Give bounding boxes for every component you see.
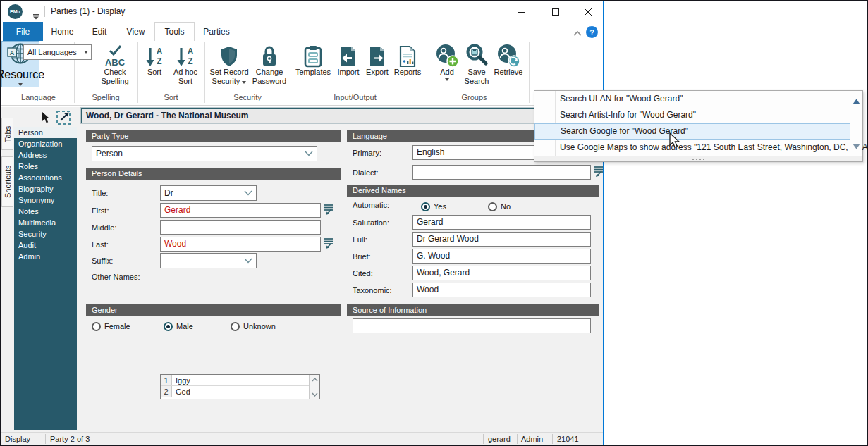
- menu-item-search-google[interactable]: Search Google for "Wood Gerard": [534, 123, 862, 140]
- salutation-field[interactable]: Gerard: [412, 215, 591, 230]
- menu-scrollbar[interactable]: [850, 92, 862, 155]
- sidebar-item-security[interactable]: Security: [14, 228, 77, 240]
- status-group: Admin: [521, 433, 543, 445]
- title-combo[interactable]: Dr: [160, 185, 257, 201]
- sort-az-icon: AZ: [176, 42, 195, 68]
- gender-unknown-radio[interactable]: Unknown: [231, 319, 276, 332]
- dialect-label: Dialect:: [353, 168, 379, 177]
- lookup-list-icon[interactable]: [324, 237, 334, 249]
- table-row[interactable]: 2 Ged: [161, 386, 319, 397]
- last-name-field[interactable]: Wood: [160, 237, 321, 252]
- rail-tab-shortcuts[interactable]: Shortcuts: [1, 156, 13, 207]
- dialect-field[interactable]: [412, 165, 591, 180]
- chevron-down-icon: [244, 256, 252, 266]
- sidebar-item-biography[interactable]: Biography: [14, 183, 77, 194]
- menu-item-search-artist-info[interactable]: Search Artist-Info for "Wood Gerard": [534, 107, 862, 123]
- help-button[interactable]: ?: [586, 26, 598, 38]
- minimize-button[interactable]: [509, 1, 534, 22]
- select-region-tool-icon[interactable]: [56, 110, 73, 128]
- tab-file[interactable]: File: [3, 22, 43, 41]
- sidebar-item-organization[interactable]: Organization: [14, 138, 77, 149]
- change-password-button[interactable]: Change Password: [250, 42, 289, 86]
- sidebar-item-roles[interactable]: Roles: [14, 161, 77, 172]
- title-label: Title:: [92, 189, 108, 197]
- menu-item-google-maps[interactable]: Use Google Maps to show address "121 Sou…: [534, 140, 862, 156]
- maximize-button[interactable]: [543, 1, 568, 22]
- tab-tools[interactable]: Tools: [154, 22, 195, 41]
- table-row[interactable]: 1 Iggy: [161, 375, 319, 386]
- menu-item-search-ulan[interactable]: Search ULAN for "Wood Gerard": [534, 91, 862, 107]
- chevron-down-icon: [244, 188, 252, 198]
- first-label: First:: [92, 206, 109, 215]
- brief-name-field[interactable]: G. Wood: [412, 249, 591, 264]
- lookup-list-icon[interactable]: [324, 204, 334, 215]
- middle-name-field[interactable]: [160, 220, 321, 235]
- sidebar-item-admin[interactable]: Admin: [14, 251, 77, 262]
- adhoc-sort-button[interactable]: AZ Ad hoc Sort: [169, 42, 202, 86]
- rail-tab-tabs[interactable]: Tabs: [1, 118, 13, 150]
- sidebar-item-associations[interactable]: Associations: [14, 172, 77, 183]
- tab-view[interactable]: View: [117, 22, 154, 41]
- titlebar-separator: [27, 6, 27, 17]
- party-type-combo[interactable]: Person: [92, 146, 317, 161]
- status-separator: [483, 434, 484, 444]
- sort-button[interactable]: AZ Sort: [140, 42, 169, 77]
- reports-button[interactable]: Reports: [392, 42, 423, 77]
- lookup-list-icon[interactable]: [594, 166, 604, 177]
- sidebar-item-synonymy[interactable]: Synonymy: [14, 194, 77, 206]
- retrieve-button[interactable]: Retrieve: [491, 42, 526, 77]
- first-name-field[interactable]: Gerard: [160, 203, 321, 218]
- automatic-yes-radio[interactable]: Yes: [421, 199, 446, 212]
- section-source-of-information: Source of Information: [347, 304, 599, 316]
- gender-female-radio[interactable]: Female: [92, 319, 130, 332]
- check-spelling-button[interactable]: ABC Check Spelling: [92, 42, 137, 86]
- set-record-security-button[interactable]: Set Record Security: [207, 42, 251, 86]
- sidebar-item-notes[interactable]: Notes: [14, 206, 77, 217]
- section-derived-names: Derived Names: [347, 185, 599, 197]
- export-icon: [368, 42, 386, 68]
- sidebar-item-address[interactable]: Address: [14, 149, 77, 161]
- close-button[interactable]: [575, 1, 601, 22]
- grid-scrollbar[interactable]: [309, 375, 319, 399]
- scroll-up-icon[interactable]: [852, 94, 860, 107]
- status-record-position: Party 2 of 3: [50, 433, 90, 445]
- radio-icon: [488, 202, 497, 211]
- ribbon-collapse-icon[interactable]: [573, 27, 582, 39]
- sort-az-icon: AZ: [145, 42, 164, 68]
- quick-access-caret-icon[interactable]: [32, 10, 39, 23]
- radio-selected-icon: [421, 202, 430, 211]
- suffix-combo[interactable]: [160, 253, 257, 268]
- sidebar-item-person[interactable]: Person: [14, 127, 77, 138]
- save-search-button[interactable]: Save Search: [461, 42, 492, 86]
- export-button[interactable]: Export: [362, 42, 392, 77]
- scroll-down-icon[interactable]: [852, 140, 860, 152]
- taxonomic-name-field[interactable]: Wood: [412, 283, 591, 297]
- group-label-language: Language: [3, 93, 74, 103]
- language-filter-combo[interactable]: All Languages: [23, 44, 92, 60]
- other-names-grid[interactable]: 1 Iggy 2 Ged: [160, 374, 320, 399]
- mouse-cursor: [668, 132, 681, 152]
- chevron-down-icon: [305, 149, 313, 159]
- cited-name-field[interactable]: Wood, Gerard: [412, 266, 591, 280]
- automatic-no-radio[interactable]: No: [488, 199, 511, 212]
- import-button[interactable]: Import: [334, 42, 362, 77]
- menu-resize-grip[interactable]: [534, 156, 862, 161]
- status-bar: Display Party 2 of 3 gerard Admin 21041: [1, 432, 603, 445]
- titlebar-separator: [44, 6, 45, 17]
- cursor-tool-icon[interactable]: [41, 111, 51, 127]
- scroll-down-icon[interactable]: [310, 390, 319, 399]
- tab-home[interactable]: Home: [43, 22, 82, 41]
- app-logo-icon[interactable]: EMu: [8, 4, 23, 19]
- svg-text:ABC: ABC: [105, 57, 126, 68]
- tab-parties[interactable]: Parties: [195, 22, 238, 41]
- sidebar-item-multimedia[interactable]: Multimedia: [14, 217, 77, 228]
- sidebar-item-audit[interactable]: Audit: [14, 240, 77, 251]
- add-group-button[interactable]: Add: [433, 42, 461, 81]
- full-name-field[interactable]: Dr Gerard Wood: [412, 232, 591, 247]
- source-of-information-field[interactable]: [353, 318, 591, 333]
- tab-edit[interactable]: Edit: [82, 22, 117, 41]
- templates-button[interactable]: Templates: [292, 42, 334, 77]
- shield-icon: [220, 42, 238, 68]
- gender-male-radio[interactable]: Male: [164, 319, 193, 332]
- scroll-up-icon[interactable]: [310, 375, 319, 384]
